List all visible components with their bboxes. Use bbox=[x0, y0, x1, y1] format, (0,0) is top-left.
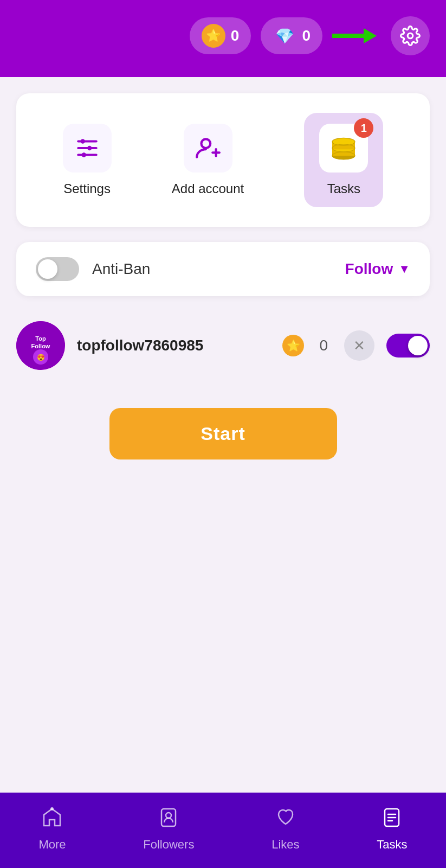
diamonds-count: 0 bbox=[302, 27, 311, 44]
account-coin-icon: ⭐ bbox=[282, 335, 304, 356]
followers-label: Followers bbox=[143, 838, 194, 852]
anti-ban-label: Anti-Ban bbox=[92, 260, 150, 278]
svg-text:😍: 😍 bbox=[37, 353, 45, 361]
tasks-nav-icon bbox=[380, 806, 403, 833]
nav-followers[interactable]: Followers bbox=[143, 806, 194, 852]
anti-ban-toggle[interactable] bbox=[36, 257, 79, 281]
account-coin-count: 0 bbox=[319, 337, 328, 354]
settings-button[interactable] bbox=[391, 16, 430, 55]
settings-label: Settings bbox=[63, 181, 111, 196]
settings-icon-box bbox=[63, 124, 112, 173]
toggle-card: Anti-Ban Follow ▼ bbox=[16, 242, 430, 296]
diamond-icon: 💎 bbox=[273, 24, 296, 48]
nav-more[interactable]: More bbox=[38, 806, 66, 852]
tasks-badge: 1 bbox=[354, 118, 373, 138]
remove-account-button[interactable]: ✕ bbox=[344, 330, 374, 361]
bottom-nav: More Followers Likes Tasks bbox=[0, 793, 446, 868]
coins-count: 0 bbox=[231, 27, 240, 44]
start-button[interactable]: Start bbox=[109, 408, 337, 459]
svg-marker-1 bbox=[364, 28, 377, 43]
tasks-nav-label: Tasks bbox=[377, 838, 407, 852]
more-icon bbox=[41, 806, 63, 833]
nav-tasks[interactable]: Tasks bbox=[377, 806, 407, 852]
header: ⭐ 0 💎 0 bbox=[0, 0, 446, 77]
arrow-icon bbox=[332, 24, 381, 48]
main-content: Settings Add account 1 bbox=[0, 77, 446, 525]
svg-point-8 bbox=[81, 152, 86, 157]
likes-icon bbox=[274, 806, 297, 833]
tasks-icon-box: 1 bbox=[319, 124, 368, 173]
nav-likes[interactable]: Likes bbox=[272, 806, 299, 852]
account-username: topfollow7860985 bbox=[77, 337, 270, 354]
add-account-action[interactable]: Add account bbox=[172, 124, 244, 196]
svg-point-6 bbox=[87, 146, 92, 150]
settings-action[interactable]: Settings bbox=[63, 124, 112, 196]
add-account-label: Add account bbox=[172, 181, 244, 196]
diamonds-pill: 💎 0 bbox=[261, 17, 322, 54]
svg-point-2 bbox=[408, 33, 413, 39]
start-button-wrap: Start bbox=[16, 408, 430, 459]
svg-point-27 bbox=[166, 813, 171, 818]
tasks-label: Tasks bbox=[327, 181, 360, 196]
more-label: More bbox=[38, 838, 66, 852]
svg-text:Follow: Follow bbox=[31, 343, 50, 349]
svg-point-4 bbox=[80, 139, 85, 143]
coins-pill: ⭐ 0 bbox=[190, 17, 251, 54]
chevron-down-icon: ▼ bbox=[398, 262, 410, 276]
svg-point-9 bbox=[201, 139, 210, 148]
add-account-icon-box bbox=[184, 124, 232, 173]
likes-label: Likes bbox=[272, 838, 299, 852]
account-toggle[interactable] bbox=[386, 334, 430, 358]
followers-icon bbox=[157, 806, 180, 833]
toggle-left: Anti-Ban bbox=[36, 257, 150, 281]
svg-text:Top: Top bbox=[35, 335, 46, 342]
account-row: Top Follow 😍 topfollow7860985 ⭐ 0 ✕ bbox=[16, 316, 430, 375]
coin-icon: ⭐ bbox=[202, 24, 225, 48]
follow-dropdown[interactable]: Follow ▼ bbox=[345, 260, 410, 278]
follow-text: Follow bbox=[345, 260, 393, 278]
account-avatar: Top Follow 😍 bbox=[16, 321, 65, 370]
action-card: Settings Add account 1 bbox=[16, 93, 430, 227]
svg-point-25 bbox=[50, 807, 54, 810]
tasks-action[interactable]: 1 Tasks bbox=[304, 113, 383, 207]
